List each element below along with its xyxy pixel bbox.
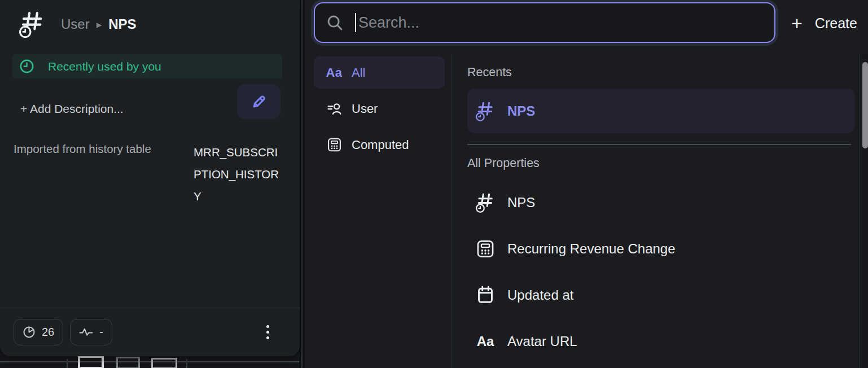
property-row-nps[interactable]: NPS <box>467 179 854 226</box>
filter-sidebar: Aa All User <box>314 56 445 165</box>
property-row-avatar-url[interactable]: Aa Avatar URL <box>467 318 854 365</box>
panel-divider <box>300 0 305 368</box>
create-button[interactable]: + Create <box>791 10 857 36</box>
number-property-clock-icon <box>474 100 497 122</box>
search-bar <box>314 2 775 43</box>
property-detail-card: User ▸ NPS Recently used by you + Add De… <box>0 0 300 356</box>
property-row-recurring-revenue-change[interactable]: Recurring Revenue Change <box>467 226 854 272</box>
breadcrumb: User ▸ NPS <box>19 10 137 38</box>
column-glyph <box>116 357 140 368</box>
property-row-label: Updated at <box>507 287 573 303</box>
results-list: Recents NPS All Properties <box>467 54 868 365</box>
pencil-icon <box>249 92 269 111</box>
filter-tab-all[interactable]: Aa All <box>314 56 445 89</box>
property-row-label: Recurring Revenue Change <box>507 241 676 257</box>
column-glyph <box>151 358 177 368</box>
recent-item-label: NPS <box>507 103 535 119</box>
scrollbar-thumb[interactable] <box>862 62 868 148</box>
divider <box>186 359 187 368</box>
trend-value: - <box>99 326 103 339</box>
property-picker-modal: + Create Aa All User <box>305 0 868 368</box>
usage-count: 26 <box>42 326 54 339</box>
add-description-field[interactable]: + Add Description... <box>20 102 124 116</box>
clock-icon <box>19 59 34 74</box>
user-list-icon <box>324 102 344 116</box>
filter-tab-label: User <box>352 102 378 116</box>
search-input[interactable] <box>356 3 763 42</box>
activity-icon <box>79 327 93 337</box>
divider <box>467 144 851 145</box>
text-Aa-icon: Aa <box>324 65 344 80</box>
imported-from-label: Imported from history table <box>14 142 190 156</box>
all-properties-header: All Properties <box>467 156 868 170</box>
recently-used-badge: Recently used by you <box>12 54 282 78</box>
calendar-icon <box>474 285 497 305</box>
breadcrumb-current: NPS <box>108 16 136 32</box>
recently-used-label: Recently used by you <box>48 60 161 73</box>
filter-tab-label: All <box>352 65 365 80</box>
property-row-label: Avatar URL <box>507 334 577 349</box>
pie-chart-icon <box>23 326 36 339</box>
usage-count-chip[interactable]: 26 <box>14 319 63 345</box>
divider <box>67 359 68 368</box>
number-property-clock-icon <box>474 192 497 213</box>
calculator-icon <box>324 137 344 152</box>
recents-header: Recents <box>467 65 868 80</box>
create-button-label: Create <box>815 15 857 32</box>
plus-icon: + <box>791 14 803 33</box>
search-icon <box>326 14 344 32</box>
screen: User ▸ NPS Recently used by you + Add De… <box>0 0 868 368</box>
divider <box>0 361 299 362</box>
filter-tab-computed[interactable]: Computed <box>314 129 445 161</box>
filter-tab-label: Computed <box>352 138 409 152</box>
filter-tab-user[interactable]: User <box>314 93 445 125</box>
column-glyph <box>78 356 104 368</box>
number-property-clock-icon <box>19 10 45 38</box>
card-footer: 26 - <box>0 308 300 356</box>
trend-chip[interactable]: - <box>70 319 112 345</box>
calculator-icon <box>474 239 497 259</box>
recent-item-nps[interactable]: NPS <box>467 89 854 133</box>
divider <box>451 54 452 368</box>
kebab-menu-icon[interactable] <box>266 325 269 339</box>
breadcrumb-parent[interactable]: User <box>61 16 90 32</box>
edit-description-button[interactable] <box>237 84 280 119</box>
text-Aa-icon: Aa <box>474 334 497 349</box>
property-row-label: NPS <box>507 195 535 211</box>
chevron-right-icon: ▸ <box>97 18 102 31</box>
property-row-updated-at[interactable]: Updated at <box>467 272 854 318</box>
scrollbar-track[interactable] <box>860 54 868 368</box>
imported-table-value: MRR_SUBSCRIPTION_HISTORY <box>194 141 284 207</box>
